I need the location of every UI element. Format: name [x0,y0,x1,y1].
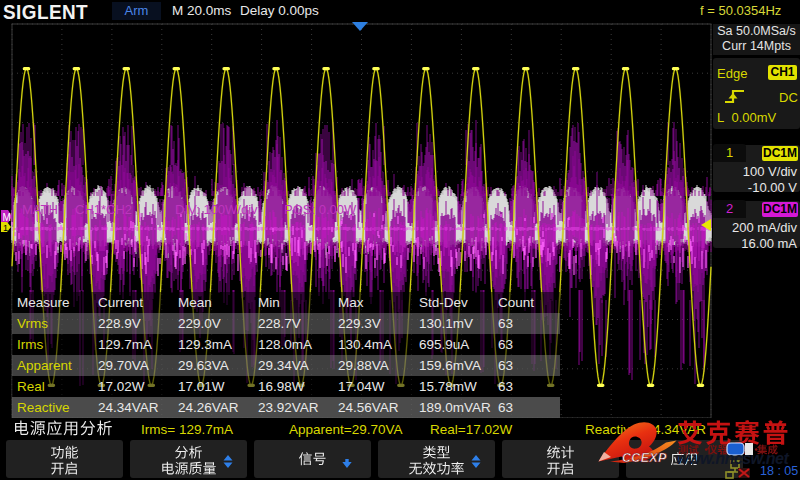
svg-text:Vrms: Vrms [17,316,48,331]
svg-text:23.92VAR: 23.92VAR [258,400,319,415]
svg-text:695.9uA: 695.9uA [419,337,469,352]
svg-text:15.78mW: 15.78mW [419,379,477,394]
svg-text:130.4mA: 130.4mA [338,337,392,352]
svg-text:228.9V: 228.9V [98,316,141,331]
svg-text:DIV: 100W/div: DIV: 100W/div [175,202,258,217]
svg-text:Count: Count [498,295,534,310]
svg-text:Apparent: Apparent [17,358,72,373]
svg-text:29.34VA: 29.34VA [258,358,309,373]
svg-text:Std-Dev: Std-Dev [419,295,468,310]
svg-text:Max: Max [338,295,364,310]
svg-text:29.88VA: 29.88VA [338,358,389,373]
svg-text:24.34VAR: 24.34VAR [98,400,159,415]
svg-text:CH1*CH2: CH1*CH2 [75,202,132,217]
svg-text:63: 63 [498,400,513,415]
svg-text:M: M [3,212,11,223]
svg-text:Mean: Mean [178,295,212,310]
svg-text:130.1mV: 130.1mV [419,316,473,331]
svg-text:29.70VA: 29.70VA [98,358,149,373]
svg-text:63: 63 [498,358,513,373]
svg-text:63: 63 [498,379,513,394]
svg-text:Measure: Measure [17,295,70,310]
svg-text:128.0mA: 128.0mA [258,337,312,352]
svg-text:129.3mA: 129.3mA [178,337,232,352]
svg-text:129.7mA: 129.7mA [98,337,152,352]
svg-text:159.6mVA: 159.6mVA [419,358,481,373]
svg-text:16.98W: 16.98W [258,379,305,394]
svg-text:Irms: Irms [17,337,43,352]
svg-text:POS: 0.00W: POS: 0.00W [284,202,357,217]
svg-text:29.63VA: 29.63VA [178,358,229,373]
svg-text:Current: Current [98,295,143,310]
svg-text:189.0mVAR: 189.0mVAR [419,400,491,415]
svg-text:229.0V: 229.0V [178,316,221,331]
svg-text:17.04W: 17.04W [338,379,385,394]
svg-text:63: 63 [498,316,513,331]
svg-text:Min: Min [258,295,280,310]
svg-text:MATH: MATH [22,202,58,217]
svg-text:1: 1 [3,223,8,233]
svg-text:17.02W: 17.02W [98,379,145,394]
svg-text:17.01W: 17.01W [178,379,225,394]
svg-text:228.7V: 228.7V [258,316,301,331]
svg-text:Real: Real [17,379,45,394]
svg-text:Reactive: Reactive [17,400,70,415]
svg-text:24.26VAR: 24.26VAR [178,400,239,415]
svg-text:63: 63 [498,337,513,352]
svg-text:24.56VAR: 24.56VAR [338,400,399,415]
svg-text:www.hncsw.net: www.hncsw.net [676,450,790,467]
svg-text:CCEXP: CCEXP [622,451,667,465]
svg-text:229.3V: 229.3V [338,316,381,331]
